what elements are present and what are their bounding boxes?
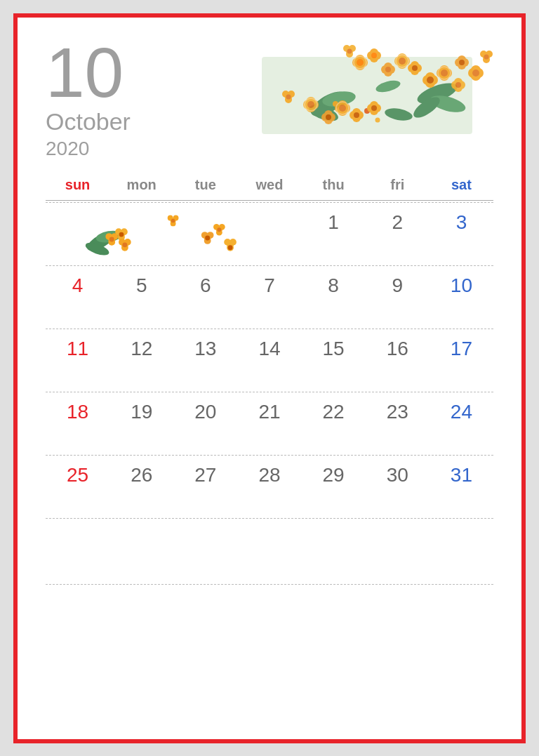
day-cell-4-4: 29 — [302, 461, 366, 486]
svg-point-117 — [118, 234, 125, 241]
day-cell-0-5: 2 — [366, 208, 430, 234]
week-row-2: 11121314151617 — [46, 329, 493, 392]
day-cell-5-3 — [237, 524, 301, 527]
week-row-3: 18192021222324 — [46, 392, 493, 455]
calendar-grid: sunmontuewedthufrisat — [46, 173, 493, 585]
day-header-tue: tue — [173, 173, 237, 197]
svg-point-133 — [205, 235, 210, 240]
svg-point-115 — [115, 228, 122, 235]
day-cell-0-3 — [237, 208, 301, 211]
svg-point-109 — [108, 236, 115, 243]
day-header-mon: mon — [109, 173, 173, 197]
day-cell-5-2 — [173, 524, 237, 527]
svg-point-12 — [357, 59, 364, 66]
svg-point-127 — [171, 220, 176, 226]
svg-point-108 — [84, 240, 111, 258]
svg-point-114 — [118, 231, 125, 238]
day-cell-5-5 — [366, 524, 430, 527]
calendar-page: 10 October 2020 — [13, 13, 526, 743]
last-divider — [46, 584, 493, 585]
svg-point-57 — [427, 77, 434, 84]
day-cell-2-4: 15 — [302, 335, 366, 360]
day-cell-0-2 — [173, 208, 237, 211]
svg-point-87 — [347, 48, 352, 53]
day-cell-3-4: 22 — [302, 398, 366, 423]
day-cell-2-3: 14 — [237, 335, 301, 360]
svg-point-129 — [204, 234, 211, 241]
svg-point-143 — [228, 245, 233, 250]
svg-point-106 — [84, 228, 117, 254]
day-cell-1-4: 8 — [302, 272, 366, 297]
day-header-sat: sat — [430, 173, 493, 197]
svg-point-119 — [121, 241, 128, 248]
day-cell-3-3: 21 — [237, 398, 301, 423]
week-row-4: 25262728293031 — [46, 455, 493, 518]
floral-illustration — [220, 37, 493, 150]
day-header-fri: fri — [366, 173, 430, 197]
svg-point-111 — [111, 233, 118, 240]
day-cell-5-4 — [302, 524, 366, 527]
svg-point-140 — [224, 239, 231, 246]
day-cell-1-2: 6 — [173, 272, 237, 297]
day-cell-0-1 — [109, 208, 173, 211]
svg-point-121 — [124, 239, 131, 246]
day-cell-4-5: 30 — [366, 461, 430, 486]
svg-point-126 — [173, 215, 179, 220]
day-cell-4-1: 26 — [109, 461, 173, 486]
day-cell-4-3: 28 — [237, 461, 301, 486]
svg-point-130 — [201, 232, 208, 239]
svg-point-82 — [484, 54, 489, 59]
svg-point-124 — [171, 218, 176, 223]
day-headers: sunmontuewedthufrisat — [46, 173, 493, 197]
day-cell-3-2: 20 — [173, 398, 237, 423]
svg-point-95 — [375, 117, 380, 122]
svg-point-141 — [229, 239, 237, 246]
day-cell-5-6 — [430, 524, 493, 527]
year-number: 2020 — [46, 138, 89, 160]
svg-point-72 — [307, 101, 314, 108]
calendar-header: 10 October 2020 — [46, 37, 493, 160]
day-cell-5-0 — [46, 524, 109, 527]
day-cell-4-6: 31 — [430, 461, 493, 486]
day-cell-3-0: 18 — [46, 398, 109, 423]
week-row-5 — [46, 518, 493, 581]
svg-point-131 — [207, 232, 214, 239]
svg-point-7 — [384, 106, 413, 122]
day-cell-1-0: 4 — [46, 272, 109, 297]
day-cell-2-0: 11 — [46, 335, 109, 360]
day-cell-3-1: 19 — [109, 398, 173, 423]
svg-point-32 — [412, 65, 418, 71]
week-row-0: 123 — [46, 202, 493, 265]
day-cell-2-1: 12 — [109, 335, 173, 360]
svg-point-135 — [213, 224, 220, 230]
svg-point-125 — [168, 215, 173, 220]
svg-point-47 — [472, 69, 479, 77]
day-cell-1-3: 7 — [237, 272, 301, 297]
svg-point-142 — [227, 244, 234, 251]
day-header-wed: wed — [237, 173, 301, 197]
svg-point-42 — [459, 60, 465, 65]
month-info: 10 October 2020 — [46, 37, 131, 160]
month-name: October — [46, 109, 131, 135]
svg-point-6 — [375, 78, 401, 94]
day-cell-1-5: 9 — [366, 272, 430, 297]
svg-point-136 — [219, 224, 225, 230]
svg-point-123 — [122, 242, 127, 247]
day-cell-2-6: 17 — [430, 335, 493, 360]
day-cell-4-2: 27 — [173, 461, 237, 486]
svg-point-134 — [216, 227, 222, 233]
day-cell-4-0: 25 — [46, 461, 109, 486]
day-cell-5-1 — [109, 524, 173, 527]
svg-point-92 — [286, 94, 291, 99]
day-cell-1-6: 10 — [430, 272, 493, 297]
svg-point-112 — [108, 239, 115, 246]
day-cell-2-5: 16 — [366, 335, 430, 360]
svg-point-139 — [227, 241, 234, 248]
day-header-thu: thu — [302, 173, 366, 197]
day-cell-0-6: 3 — [430, 208, 493, 234]
header-divider — [46, 200, 493, 201]
svg-point-120 — [119, 239, 126, 246]
svg-point-100 — [371, 105, 377, 111]
day-cell-0-4: 1 — [302, 208, 366, 234]
svg-point-116 — [121, 228, 128, 235]
